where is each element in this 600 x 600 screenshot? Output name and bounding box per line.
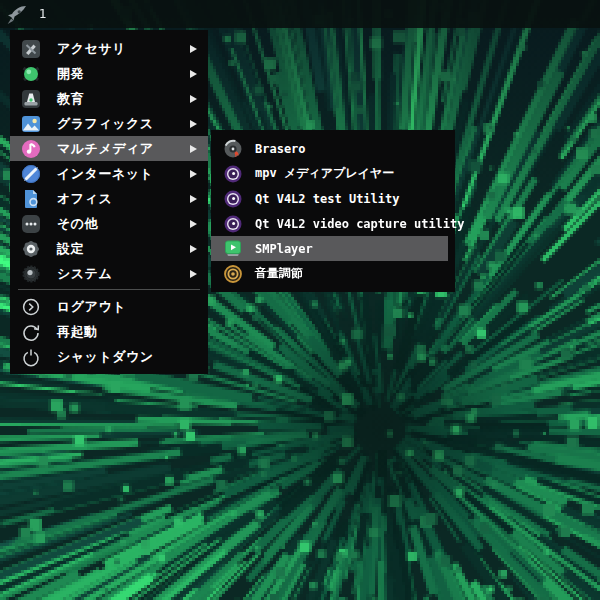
menu-item-office[interactable]: オフィス [10,186,208,211]
submenu-item-smplayer[interactable]: SMPlayer [211,236,448,261]
menu-item-label: 設定 [57,240,84,258]
submenu-arrow-icon [190,120,197,128]
submenu-item-label: 音量調節 [255,265,303,282]
application-menu: アクセサリ開発教育グラフィックスマルチメディアインターネットオフィスその他設定シ… [10,30,208,374]
menu-action-label: シャットダウン [57,348,154,366]
other-icon [21,214,41,234]
menu-category-list: アクセサリ開発教育グラフィックスマルチメディアインターネットオフィスその他設定シ… [10,36,208,286]
submenu-item-volume[interactable]: 音量調節 [211,261,455,286]
submenu-arrow-icon [190,70,197,78]
submenu-item-label: mpv メディアプレイヤー [255,165,394,182]
multimedia-submenu: Braserompv メディアプレイヤーQt V4L2 test Utility… [211,130,455,292]
launcher-rocket-icon[interactable] [5,4,29,24]
multimedia-icon [21,139,41,159]
menu-item-education[interactable]: 教育 [10,86,208,111]
menu-item-label: マルチメディア [57,140,154,158]
mpv-icon [223,164,243,184]
submenu-arrow-icon [190,270,197,278]
menu-item-label: グラフィックス [57,115,154,133]
menu-item-label: アクセサリ [57,40,126,58]
menu-item-label: その他 [57,215,98,233]
menu-item-graphics[interactable]: グラフィックス [10,111,208,136]
menu-action-label: 再起動 [57,323,98,341]
submenu-arrow-icon [190,195,197,203]
volume-icon [223,264,243,284]
shutdown-icon [21,347,41,367]
smplayer-icon [223,239,243,259]
submenu-item-label: SMPlayer [255,242,313,256]
submenu-item-list: Braserompv メディアプレイヤーQt V4L2 test Utility… [211,136,455,286]
submenu-arrow-icon [190,220,197,228]
menu-action-logout[interactable]: ログアウト [10,294,208,319]
submenu-arrow-icon [190,95,197,103]
submenu-item-qt-v4l2[interactable]: Qt V4L2 video capture utility [211,211,455,236]
logout-icon [21,297,41,317]
submenu-item-label: Qt V4L2 test Utility [255,192,400,206]
submenu-item-label: Qt V4L2 video capture utility [255,217,465,231]
submenu-item-label: Brasero [255,142,306,156]
qt-v4l2-icon [223,189,243,209]
submenu-item-qt-v4l2[interactable]: Qt V4L2 test Utility [211,186,455,211]
menu-item-accessories[interactable]: アクセサリ [10,36,208,61]
menu-item-system[interactable]: システム [10,261,208,286]
menu-action-list: ログアウト再起動シャットダウン [10,294,208,369]
menu-item-multimedia[interactable]: マルチメディア [10,136,208,161]
menu-action-restart[interactable]: 再起動 [10,319,208,344]
brasero-icon [223,139,243,159]
system-icon [21,264,41,284]
office-icon [21,189,41,209]
menu-action-shutdown[interactable]: シャットダウン [10,344,208,369]
qt-v4l2-icon [223,214,243,234]
menu-item-label: 教育 [57,90,84,108]
development-icon [21,64,41,84]
menu-item-label: システム [57,265,112,283]
menu-item-label: オフィス [57,190,112,208]
submenu-arrow-icon [190,170,197,178]
submenu-item-brasero[interactable]: Brasero [211,136,455,161]
submenu-item-mpv[interactable]: mpv メディアプレイヤー [211,161,455,186]
menu-item-other[interactable]: その他 [10,211,208,236]
menu-item-settings[interactable]: 設定 [10,236,208,261]
menu-separator [18,289,200,290]
menu-item-development[interactable]: 開発 [10,61,208,86]
taskbar: 1 [0,0,600,28]
submenu-arrow-icon [190,245,197,253]
desktop: 1 アクセサリ開発教育グラフィックスマルチメディアインターネットオフィスその他設… [0,0,600,600]
education-icon [21,89,41,109]
menu-action-label: ログアウト [57,298,126,316]
workspace-indicator[interactable]: 1 [39,7,47,21]
graphics-icon [21,114,41,134]
menu-item-internet[interactable]: インターネット [10,161,208,186]
restart-icon [21,322,41,342]
settings-icon [21,239,41,259]
menu-item-label: 開発 [57,65,84,83]
internet-icon [21,164,41,184]
submenu-arrow-icon [190,45,197,53]
submenu-arrow-icon [190,145,197,153]
accessories-icon [21,39,41,59]
menu-item-label: インターネット [57,165,153,183]
